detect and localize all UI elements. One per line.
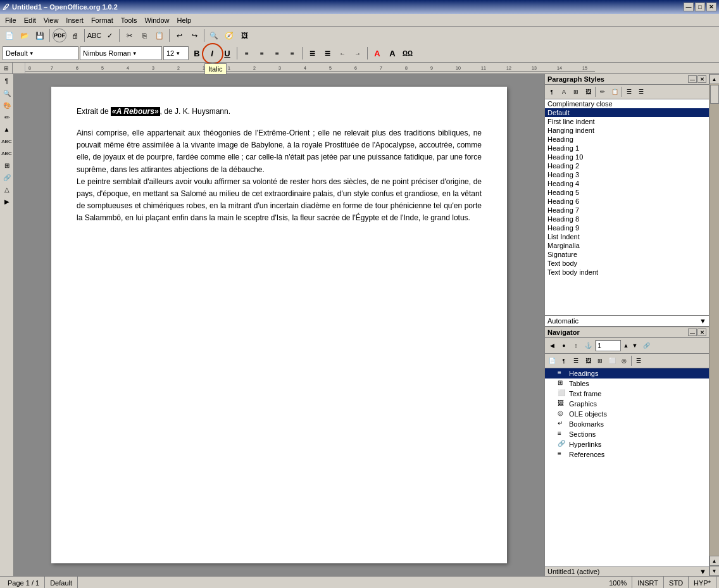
paste-button[interactable]: 📋 [153,28,166,42]
ruler-corner[interactable]: ⊞ [0,63,13,74]
cut-button[interactable]: ✂ [122,28,136,42]
highlight-color-button[interactable]: A [385,46,399,60]
nav-item-hyperlinks[interactable]: 🔗 Hyperlinks [545,439,709,449]
navigator-active-doc-dropdown[interactable]: Untitled1 (active) ▼ [545,566,709,576]
align-justify-button[interactable]: ≡ [285,46,299,60]
style-heading-3[interactable]: Heading 3 [545,170,709,179]
style-list-indent[interactable]: List Indent [545,232,709,241]
style-text-body-indent[interactable]: Text body indent [545,268,709,277]
ps-tb-btn1[interactable]: ¶ [546,86,558,97]
main-scrollbar[interactable]: ▲ ▲ ▼ [709,74,719,576]
save-button[interactable]: 💾 [33,28,47,42]
styles-sidebar-icon[interactable]: ¶ [1,75,13,87]
scroll-track[interactable] [710,84,720,556]
nav-item-sections[interactable]: ≡ Sections [545,429,709,439]
menu-file[interactable]: File [1,15,20,25]
scroll-thumb[interactable] [710,85,719,104]
close-button[interactable]: ✕ [706,3,716,11]
style-heading-9[interactable]: Heading 9 [545,223,709,232]
link-sidebar-icon[interactable]: 🔗 [1,172,13,183]
open-button[interactable]: 📂 [18,28,32,42]
style-text-body[interactable]: Text body [545,259,709,268]
style-heading[interactable]: Heading [545,135,709,144]
table-sidebar-icon[interactable]: ⊞ [1,160,13,171]
align-center-button[interactable]: ≡ [255,46,269,60]
style-first-line-indent[interactable]: First line indent [545,117,709,126]
underline-button[interactable]: U [220,46,234,60]
nav-item-tables[interactable]: ⊞ Tables [545,378,709,389]
nav-item-references[interactable]: ≡ References [545,449,709,460]
find-sidebar-icon[interactable]: 🔍 [1,87,13,99]
new-button[interactable]: 📄 [3,28,16,42]
ps-tb-btn6[interactable]: 📋 [609,86,620,97]
style-heading-7[interactable]: Heading 7 [545,206,709,215]
movie-sidebar-icon[interactable]: ▶ [1,196,13,207]
doc-body[interactable]: Ainsi comprise, elle appartenait aux thé… [77,127,482,225]
nav-tb-frame-button[interactable]: ⬜ [606,355,618,366]
style-heading-2[interactable]: Heading 2 [545,161,709,170]
menu-insert[interactable]: Insert [62,15,87,25]
redo-button[interactable]: ↪ [187,28,201,42]
scroll-down-button-2[interactable]: ▼ [710,566,720,576]
nav-tb-list-button[interactable]: ☰ [570,355,582,366]
align-right-button[interactable]: ≡ [270,46,284,60]
nav-tb-obj-button[interactable]: ◎ [618,355,630,366]
nav-tb-expand-button[interactable]: ☰ [633,355,644,366]
abc2-sidebar-icon[interactable]: ABC [1,147,13,159]
copy-button[interactable]: ⎘ [137,28,151,42]
list-ordered-button[interactable]: ☰ [320,46,334,60]
navigator-list[interactable]: ≡ Headings ⊞ Tables ⬜ Text frame 🖼 Graph… [545,368,709,566]
scroll-up-button[interactable]: ▲ [710,74,720,84]
pdf-button[interactable]: PDF [53,28,66,42]
color-sidebar-icon[interactable]: 🎨 [1,99,13,111]
style-heading-5[interactable]: Heading 5 [545,188,709,197]
styles-list[interactable]: Complimentary close Default First line i… [545,99,709,315]
ps-tb-btn7[interactable]: ☰ [623,86,635,97]
scroll-down-button-1[interactable]: ▲ [710,556,720,566]
list-unordered-button[interactable]: ☰ [305,46,319,60]
style-default[interactable]: Default [545,108,709,117]
nav-page-up[interactable]: ▲ [622,340,630,351]
find-button[interactable]: 🔍 [207,28,221,42]
navigator-button[interactable]: 🧭 [222,28,236,42]
nav-tb-heading-button[interactable]: ¶ [558,355,570,366]
nav-page-down[interactable]: ▼ [631,340,639,351]
nav-tb-remote-button[interactable]: 🔗 [641,340,652,351]
nav-item-text-frame[interactable]: ⬜ Text frame [545,389,709,399]
font-name-dropdown[interactable]: Nimbus Roman ▼ [80,46,162,60]
indent-less-button[interactable]: ← [335,46,349,60]
font-color-button[interactable]: A [370,46,384,60]
document-page[interactable]: Extrait de «A Rebours», de J. K. Huysman… [51,87,507,563]
nav-item-graphics[interactable]: 🖼 Graphics [545,399,709,409]
menu-format[interactable]: Format [87,15,117,25]
style-heading-10[interactable]: Heading 10 [545,153,709,161]
menu-edit[interactable]: Edit [20,15,40,25]
style-heading-4[interactable]: Heading 4 [545,179,709,188]
maximize-button[interactable]: □ [695,3,705,11]
indent-more-button[interactable]: → [351,46,365,60]
nav-tb-page-button[interactable]: 📄 [546,355,558,366]
style-heading-8[interactable]: Heading 8 [545,215,709,223]
menu-tools[interactable]: Tools [117,15,141,25]
navigator-sidebar-icon[interactable]: ▲ [1,123,13,135]
menu-window[interactable]: Window [141,15,173,25]
paragraph-styles-filter-dropdown[interactable]: Automatic ▼ [545,315,709,326]
italic-button[interactable]: I Italic [205,46,219,60]
nav-close-button[interactable]: ✕ [697,328,706,336]
ps-minimize-button[interactable]: — [688,75,697,83]
print-button[interactable]: 🖨 [68,28,82,42]
style-signature[interactable]: Signature [545,250,709,259]
style-marginalia[interactable]: Marginalia [545,241,709,250]
undo-button[interactable]: ↩ [172,28,186,42]
char-format-button[interactable]: ΩΩ [401,46,415,60]
font-size-dropdown[interactable]: 12 ▼ [163,46,189,60]
ps-tb-btn3[interactable]: ⊞ [570,86,582,97]
draw-sidebar-icon[interactable]: ✏ [1,111,13,123]
minimize-button[interactable]: — [684,3,694,11]
autocorrect-button[interactable]: ✓ [103,28,116,42]
menu-help[interactable]: Help [173,15,196,25]
style-complimentary-close[interactable]: Complimentary close [545,99,709,108]
nav-page-input[interactable] [596,340,621,351]
abc-sidebar-icon[interactable]: ABC [1,135,13,147]
nav-tb-prev-button[interactable]: ◀ [546,340,558,351]
